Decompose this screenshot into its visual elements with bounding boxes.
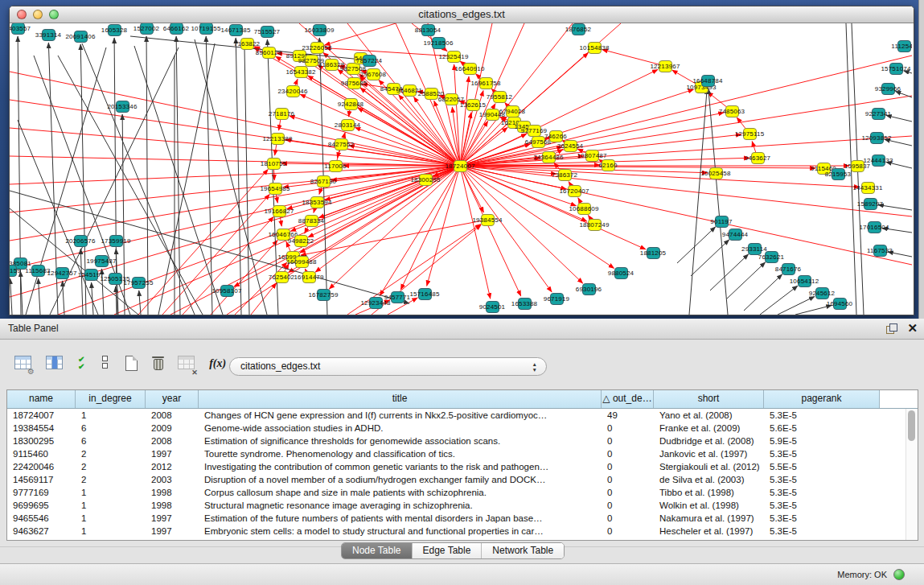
graph-node[interactable]	[577, 203, 591, 215]
graph-node[interactable]	[748, 243, 762, 255]
graph-node[interactable]	[493, 91, 507, 103]
graph-node[interactable]	[782, 263, 795, 275]
graph-node[interactable]	[861, 182, 875, 194]
graph-node[interactable]	[341, 119, 355, 131]
graph-node[interactable]	[872, 154, 885, 167]
graph-node[interactable]	[261, 26, 274, 38]
graph-node[interactable]	[55, 267, 69, 279]
close-window-button[interactable]	[17, 10, 27, 19]
graph-node[interactable]	[367, 68, 380, 80]
graph-node[interactable]	[725, 105, 739, 117]
graph-node[interactable]	[108, 24, 121, 36]
table-selector-dropdown[interactable]: citations_edges.txt ▲▼	[229, 357, 547, 376]
graph-node[interactable]	[872, 108, 885, 120]
graph-node[interactable]	[140, 23, 154, 35]
graph-node[interactable]	[11, 23, 25, 35]
graph-node[interactable]	[832, 168, 845, 180]
graph-node[interactable]	[454, 160, 467, 172]
table-row[interactable]: 911546021997Tourette syndrome. Phenomeno…	[7, 447, 918, 460]
graph-node[interactable]	[313, 24, 326, 36]
graph-node[interactable]	[275, 108, 289, 120]
graph-node[interactable]	[419, 174, 433, 186]
graph-node[interactable]	[709, 167, 723, 179]
graph-node[interactable]	[10, 265, 17, 277]
graph-node[interactable]	[870, 132, 884, 144]
graph-node[interactable]	[199, 23, 213, 35]
table-row[interactable]: 977716911998Corpus callosum shape and si…	[7, 486, 918, 499]
graph-node[interactable]	[798, 275, 811, 287]
table-row[interactable]: 1872400712008Changes of HCN gene express…	[7, 409, 918, 422]
tab-node-table[interactable]: Node Table	[342, 543, 413, 558]
graph-node[interactable]	[229, 24, 243, 36]
graph-node[interactable]	[220, 285, 234, 297]
graph-node[interactable]	[743, 128, 757, 140]
graph-node[interactable]	[445, 93, 458, 105]
graph-node[interactable]	[109, 273, 122, 285]
graph-node[interactable]	[868, 221, 881, 233]
column-header[interactable]: name	[7, 390, 76, 408]
graph-node[interactable]	[42, 29, 55, 41]
graph-node[interactable]	[550, 293, 564, 305]
table-row[interactable]: 946554611997Estimation of the future num…	[7, 512, 918, 525]
table-row[interactable]: 1830029562008Estimation of significance …	[7, 435, 918, 447]
function-builder-button[interactable]: f(x)	[209, 356, 226, 370]
column-header[interactable]: △ out_de…	[602, 390, 654, 408]
graph-node[interactable]	[481, 214, 495, 226]
graph-node[interactable]	[815, 287, 829, 299]
graph-node[interactable]	[240, 38, 254, 50]
graph-node[interactable]	[833, 298, 847, 310]
vertical-scrollbar[interactable]	[906, 409, 918, 540]
graph-node[interactable]	[873, 245, 887, 257]
unselect-all-button[interactable]	[102, 356, 109, 373]
graph-node[interactable]	[572, 23, 585, 35]
graph-node[interactable]	[273, 205, 286, 217]
table-row[interactable]: 1456911722003Disruption of a novel membe…	[7, 473, 918, 486]
graph-node[interactable]	[418, 288, 432, 300]
graph-node[interactable]	[317, 289, 331, 301]
graph-node[interactable]	[302, 271, 316, 283]
graph-node[interactable]	[647, 247, 660, 259]
network-canvas[interactable]: 1872400718300295716382289601288912954232…	[10, 23, 912, 315]
graph-node[interactable]	[425, 88, 438, 100]
graph-node[interactable]	[549, 130, 563, 142]
graph-node[interactable]	[275, 271, 289, 283]
graph-node[interactable]	[262, 47, 276, 59]
graph-node[interactable]	[74, 31, 88, 43]
minimize-window-button[interactable]	[33, 10, 43, 19]
table-row[interactable]: 2242004622012Investigating the contribut…	[7, 460, 918, 473]
graph-node[interactable]	[344, 98, 358, 110]
graph-node[interactable]	[432, 37, 446, 49]
table-row[interactable]: 969969511998Structural magnetic resonanc…	[7, 499, 918, 512]
graph-node[interactable]	[95, 255, 109, 267]
graph-node[interactable]	[116, 101, 129, 113]
graph-node[interactable]	[295, 256, 309, 268]
graph-node[interactable]	[305, 55, 318, 67]
graph-node[interactable]	[305, 215, 318, 227]
graph-node[interactable]	[347, 77, 361, 89]
column-header[interactable]: pagerank	[764, 390, 880, 408]
column-header[interactable]: title	[199, 390, 602, 408]
show-columns-button[interactable]	[46, 356, 63, 373]
graph-node[interactable]	[588, 42, 602, 54]
network-window-titlebar[interactable]: citations_edges.txt	[10, 6, 914, 23]
graph-node[interactable]	[294, 66, 308, 78]
graph-node[interactable]	[335, 138, 348, 150]
graph-node[interactable]	[558, 169, 572, 181]
tab-network-table[interactable]: Network Table	[482, 543, 564, 558]
graph-node[interactable]	[614, 267, 628, 279]
graph-node[interactable]	[479, 77, 493, 89]
graph-node[interactable]	[564, 140, 577, 152]
graph-node[interactable]	[486, 301, 499, 313]
close-panel-icon[interactable]: ✕	[907, 321, 918, 336]
column-header[interactable]: short	[654, 390, 764, 408]
column-header[interactable]: year	[146, 390, 199, 408]
graph-node[interactable]	[294, 235, 308, 247]
select-all-button[interactable]: ✔✔	[78, 356, 92, 373]
graph-node[interactable]	[542, 151, 556, 163]
graph-node[interactable]	[310, 42, 324, 54]
graph-node[interactable]	[74, 235, 88, 247]
graph-node[interactable]	[267, 158, 281, 170]
graph-node[interactable]	[889, 63, 903, 75]
new-column-button[interactable]	[125, 356, 138, 374]
graph-node[interactable]	[659, 60, 672, 72]
